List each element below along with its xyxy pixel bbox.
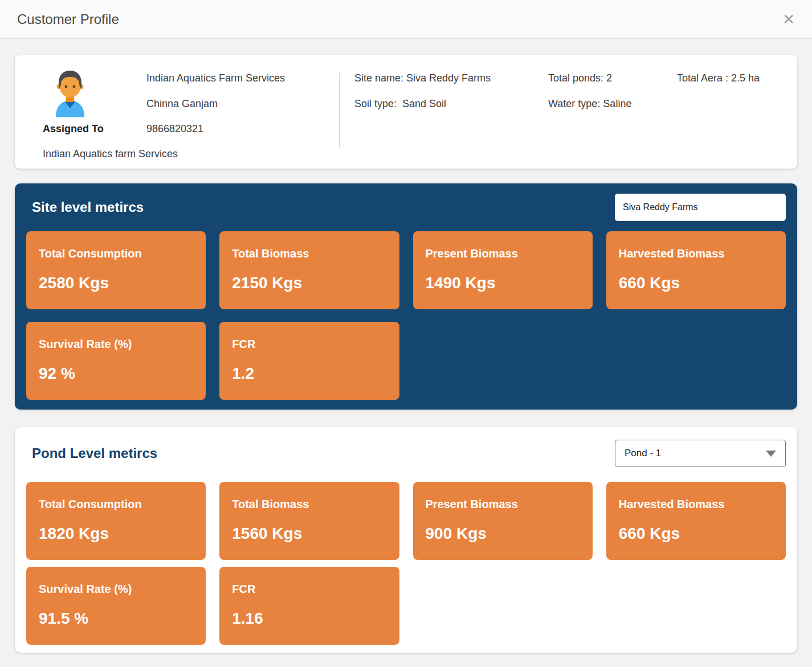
metric-card-total-biomass: Total Biomass 2150 Kgs xyxy=(219,231,399,309)
pond-select-value: Pond - 1 xyxy=(625,448,661,459)
metric-value: 2580 Kgs xyxy=(39,273,193,293)
customer-location: Chinna Ganjam xyxy=(146,97,218,111)
customer-profile-card: Assigned To Indian Aquatics farm Service… xyxy=(15,55,797,169)
metric-card-present-biomass: Present Biomass 900 Kgs xyxy=(413,482,593,560)
metric-value: 2150 Kgs xyxy=(232,273,386,293)
pond-panel-title: Pond Level metircs xyxy=(26,445,157,461)
metric-label: Present Biomass xyxy=(426,246,580,261)
metric-label: Total Consumption xyxy=(39,246,193,261)
metric-value: 660 Kgs xyxy=(619,273,773,293)
metric-value: 900 Kgs xyxy=(426,524,580,543)
site-level-metrics-panel: Site level metircs Total Consumption 258… xyxy=(15,183,797,410)
water-type: Water type: Saline xyxy=(548,97,631,111)
assigned-to-value: Indian Aquatics farm Services xyxy=(43,147,178,161)
modal-header: Customer Profile ✕ xyxy=(0,0,812,39)
metric-label: Survival Rate (%) xyxy=(39,582,193,596)
person-icon xyxy=(54,69,86,117)
metric-label: Total Consumption xyxy=(39,497,193,511)
metric-value: 92 % xyxy=(39,364,193,383)
soil-type: Soil type: Sand Soil xyxy=(354,97,446,111)
pond-level-metrics-panel: Pond Level metircs Pond - 1 Total Consum… xyxy=(15,427,797,653)
chevron-down-icon xyxy=(766,451,776,457)
site-name: Site name: Siva Reddy Farms xyxy=(354,71,491,85)
metric-value: 1.16 xyxy=(232,609,386,628)
pond-select[interactable]: Pond - 1 xyxy=(615,440,786,467)
metric-card-total-consumption: Total Consumption 1820 Kgs xyxy=(26,482,206,560)
pond-panel-header: Pond Level metircs Pond - 1 xyxy=(26,440,786,467)
metric-label: FCR xyxy=(232,337,386,351)
metric-card-survival-rate: Survival Rate (%) 91.5 % xyxy=(26,567,206,645)
metric-card-fcr: FCR 1.2 xyxy=(219,322,399,400)
metric-label: Total Biomass xyxy=(232,246,386,261)
metric-label: Total Biomass xyxy=(232,497,386,511)
avatar xyxy=(54,69,86,117)
site-panel-title: Site level metircs xyxy=(26,199,144,215)
metric-label: FCR xyxy=(232,582,386,596)
customer-name: Indian Aquatics Farm Services xyxy=(146,71,285,85)
metric-value: 1560 Kgs xyxy=(232,524,386,543)
page-title: Customer Profile xyxy=(17,11,119,27)
metric-value: 1.2 xyxy=(232,364,386,383)
modal-body: Assigned To Indian Aquatics farm Service… xyxy=(0,39,812,653)
site-panel-header: Site level metircs xyxy=(26,194,786,221)
vertical-divider xyxy=(339,73,340,147)
metric-value: 660 Kgs xyxy=(619,524,773,543)
metric-value: 91.5 % xyxy=(39,609,193,628)
metric-card-harvested-biomass: Harvested Biomass 660 Kgs xyxy=(606,231,786,309)
metric-label: Present Biomass xyxy=(426,497,580,511)
customer-phone: 9866820321 xyxy=(146,122,203,136)
metric-card-total-consumption: Total Consumption 2580 Kgs xyxy=(26,231,206,309)
site-metric-cards: Total Consumption 2580 Kgs Total Biomass… xyxy=(26,231,786,400)
total-ponds: Total ponds: 2 xyxy=(548,71,612,85)
metric-label: Harvested Biomass xyxy=(619,246,773,261)
metric-card-harvested-biomass: Harvested Biomass 660 Kgs xyxy=(606,482,786,560)
metric-label: Survival Rate (%) xyxy=(39,337,193,351)
metric-label: Harvested Biomass xyxy=(619,497,773,511)
total-area: Total Aera : 2.5 ha xyxy=(677,71,760,85)
metric-card-survival-rate: Survival Rate (%) 92 % xyxy=(26,322,206,400)
metric-card-present-biomass: Present Biomass 1490 Kgs xyxy=(413,231,593,309)
metric-value: 1490 Kgs xyxy=(426,273,580,293)
metric-card-fcr: FCR 1.16 xyxy=(219,567,399,645)
close-icon[interactable]: ✕ xyxy=(780,11,797,28)
pond-metric-cards: Total Consumption 1820 Kgs Total Biomass… xyxy=(26,482,786,645)
metric-card-total-biomass: Total Biomass 1560 Kgs xyxy=(219,482,399,560)
metric-value: 1820 Kgs xyxy=(39,524,193,543)
assigned-to-label: Assigned To xyxy=(43,122,104,136)
site-name-input[interactable] xyxy=(615,194,786,221)
